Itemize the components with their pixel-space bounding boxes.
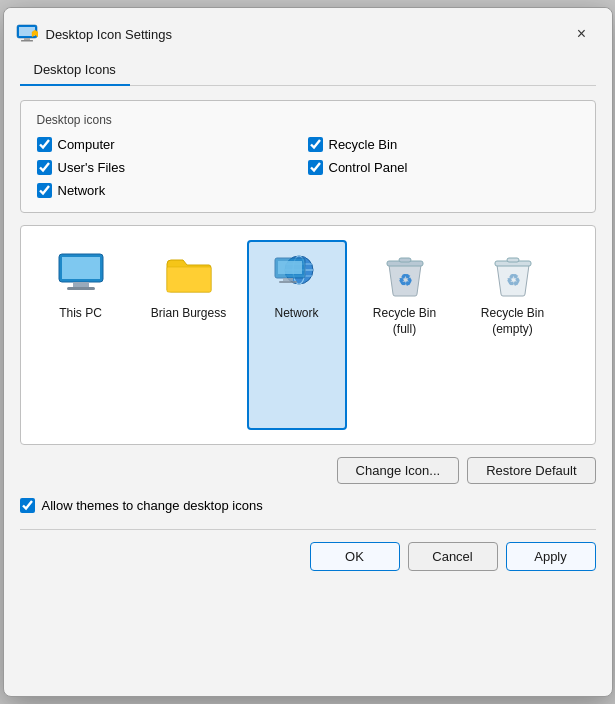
title-bar-left: Desktop Icon Settings [16, 23, 172, 45]
svg-rect-17 [283, 278, 293, 281]
recycle-bin-empty-label: Recycle Bin(empty) [481, 306, 544, 337]
restore-default-button[interactable]: Restore Default [467, 457, 595, 484]
checkbox-recycle-bin-label: Recycle Bin [329, 137, 398, 152]
section-label: Desktop icons [37, 113, 579, 127]
checkbox-recycle-bin-input[interactable] [308, 137, 323, 152]
checkbox-computer: Computer [37, 137, 308, 152]
dialog-title-icon [16, 23, 38, 45]
icon-item-brian-burgess[interactable]: Brian Burgess [139, 240, 239, 430]
icon-item-recycle-bin-empty[interactable]: ♻ Recycle Bin(empty) [463, 240, 563, 430]
ok-button[interactable]: OK [310, 542, 400, 571]
checkbox-network-input[interactable] [37, 183, 52, 198]
title-bar: Desktop Icon Settings × [4, 8, 612, 56]
brian-burgess-label: Brian Burgess [151, 306, 226, 322]
dialog-content: Desktop Icons Desktop icons Computer Rec… [4, 56, 612, 696]
footer-divider [20, 529, 596, 530]
svg-rect-18 [279, 281, 297, 283]
allow-themes-checkbox[interactable] [20, 498, 35, 513]
svg-rect-2 [24, 38, 30, 40]
icon-item-network[interactable]: Network [247, 240, 347, 430]
icon-item-recycle-bin-full[interactable]: ♻ Recycle Bin(full) [355, 240, 455, 430]
change-icon-button[interactable]: Change Icon... [337, 457, 460, 484]
checkboxes-grid: Computer Recycle Bin User's Files Contro… [37, 137, 579, 198]
dialog-title: Desktop Icon Settings [46, 27, 172, 42]
close-button[interactable]: × [568, 20, 596, 48]
recycle-bin-empty-icon: ♻ [487, 248, 539, 300]
checkbox-control-panel: Control Panel [308, 160, 579, 175]
checkbox-computer-input[interactable] [37, 137, 52, 152]
recycle-bin-full-label: Recycle Bin(full) [373, 306, 436, 337]
apply-button[interactable]: Apply [506, 542, 596, 571]
checkbox-network: Network [37, 183, 308, 198]
checkbox-recycle-bin: Recycle Bin [308, 137, 579, 152]
svg-rect-23 [507, 258, 519, 262]
svg-rect-6 [62, 257, 100, 279]
checkbox-users-files: User's Files [37, 160, 308, 175]
svg-rect-8 [67, 287, 95, 290]
network-icon [271, 248, 323, 300]
footer-buttons: OK Cancel Apply [20, 542, 596, 571]
this-pc-label: This PC [59, 306, 102, 322]
svg-rect-7 [73, 282, 89, 287]
svg-rect-3 [21, 40, 33, 42]
checkbox-users-files-input[interactable] [37, 160, 52, 175]
checkbox-control-panel-label: Control Panel [329, 160, 408, 175]
tab-desktop-icons[interactable]: Desktop Icons [20, 56, 130, 86]
icon-action-buttons: Change Icon... Restore Default [20, 457, 596, 484]
network-label: Network [274, 306, 318, 322]
allow-themes-row: Allow themes to change desktop icons [20, 498, 596, 513]
svg-text:♻: ♻ [506, 272, 520, 289]
cancel-button[interactable]: Cancel [408, 542, 498, 571]
svg-rect-9 [167, 267, 211, 292]
desktop-icon-settings-dialog: Desktop Icon Settings × Desktop Icons De… [3, 7, 613, 697]
allow-themes-label: Allow themes to change desktop icons [42, 498, 263, 513]
checkbox-control-panel-input[interactable] [308, 160, 323, 175]
checkbox-network-label: Network [58, 183, 106, 198]
svg-rect-20 [399, 258, 411, 262]
this-pc-icon [55, 248, 107, 300]
desktop-icons-section: Desktop icons Computer Recycle Bin User'… [20, 100, 596, 213]
brian-burgess-icon [163, 248, 215, 300]
svg-text:♻: ♻ [398, 272, 412, 289]
checkbox-computer-label: Computer [58, 137, 115, 152]
recycle-bin-full-icon: ♻ [379, 248, 431, 300]
icon-item-this-pc[interactable]: This PC [31, 240, 131, 430]
tab-bar: Desktop Icons [20, 56, 596, 86]
checkbox-users-files-label: User's Files [58, 160, 126, 175]
svg-rect-16 [278, 261, 302, 274]
icons-panel: This PC Brian Burgess [20, 225, 596, 445]
